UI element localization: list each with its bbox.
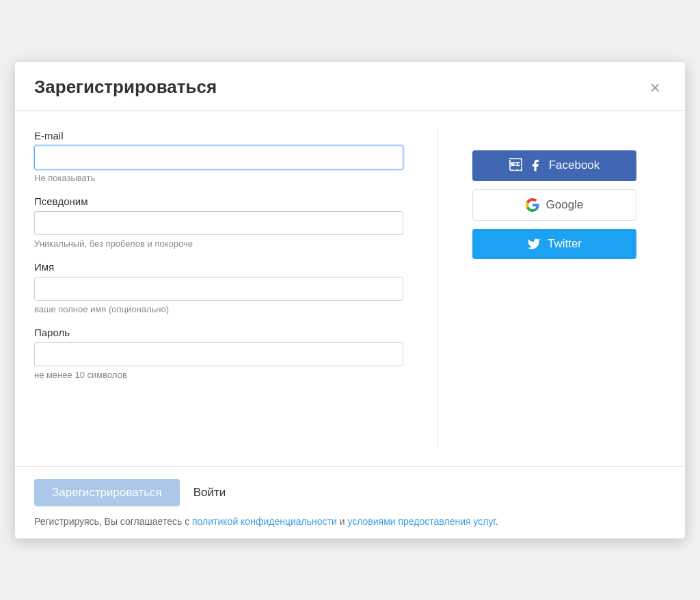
footer-actions: Зарегистрироваться Войти (34, 479, 666, 506)
facebook-icon:  (509, 159, 522, 173)
username-group: Псевдоним Уникальный, без пробелов и пок… (34, 195, 403, 249)
modal-title: Зарегистрироваться (34, 77, 217, 98)
email-label: E-mail (34, 130, 403, 141)
modal-body: E-mail Не показывать Псевдоним Уникальны… (15, 111, 685, 466)
google-icon (526, 198, 539, 212)
terms-and: и (337, 516, 348, 527)
username-label: Псевдоним (34, 195, 403, 207)
login-button[interactable]: Войти (193, 486, 226, 500)
close-button[interactable]: × (645, 76, 666, 99)
terms-text-after: . (496, 516, 498, 527)
twitter-icon (527, 237, 541, 251)
twitter-login-button[interactable]: Twitter (472, 229, 636, 259)
name-hint: ваше полное имя (опционально) (34, 304, 403, 314)
google-label: Google (546, 198, 584, 212)
username-input[interactable] (34, 211, 403, 235)
facebook-label: Facebook (549, 159, 600, 172)
email-group: E-mail Не показывать (34, 130, 403, 183)
twitter-label: Twitter (548, 237, 582, 251)
password-group: Пароль не менее 10 символов (34, 327, 403, 380)
email-hint: Не показывать (34, 173, 403, 183)
password-hint: не менее 10 символов (34, 370, 403, 380)
facebook-login-button[interactable]:  Facebook (472, 150, 636, 181)
email-input[interactable] (34, 146, 403, 169)
password-input[interactable] (34, 342, 403, 366)
register-button[interactable]: Зарегистрироваться (34, 479, 180, 506)
registration-modal: Зарегистрироваться × E-mail Не показыват… (15, 62, 685, 538)
name-input[interactable] (34, 277, 403, 301)
privacy-policy-link[interactable]: политикой конфиденциальности (192, 516, 337, 527)
facebook-icon (528, 159, 542, 172)
terms-of-service-link[interactable]: условиями предоставления услуг (347, 516, 495, 527)
username-hint: Уникальный, без пробелов и покороче (34, 238, 403, 249)
modal-header: Зарегистрироваться × (15, 62, 685, 111)
modal-footer: Зарегистрироваться Войти Регистрируясь, … (15, 466, 685, 538)
footer-terms: Регистрируясь, Вы соглашаетесь с политик… (34, 515, 666, 529)
google-login-button[interactable]: Google (472, 189, 636, 221)
terms-text-before: Регистрируясь, Вы соглашаетесь с (34, 516, 192, 527)
social-login-section:  Facebook Google (472, 130, 636, 447)
password-label: Пароль (34, 327, 403, 338)
registration-form: E-mail Не показывать Псевдоним Уникальны… (34, 130, 403, 447)
vertical-divider (438, 130, 438, 447)
name-group: Имя ваше полное имя (опционально) (34, 261, 403, 314)
name-label: Имя (34, 261, 403, 273)
